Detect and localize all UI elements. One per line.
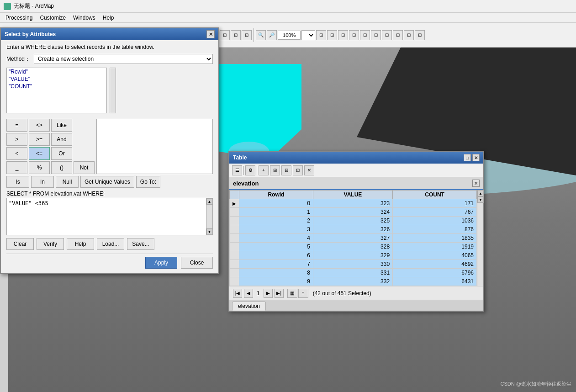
col-rowid-header: Rowid — [239, 191, 313, 199]
op-eq-btn[interactable]: = — [6, 119, 27, 132]
table-row[interactable]: 2 325 1036 — [230, 217, 477, 225]
table-restore-btn[interactable]: □ — [464, 154, 471, 161]
help-btn[interactable]: Help — [67, 238, 94, 250]
op-lte-btn[interactable]: <= — [29, 147, 50, 160]
sql-label: SELECT * FROM elevation.vat WHERE: — [6, 191, 213, 197]
field-rowid[interactable]: "Rowid" — [7, 68, 106, 75]
op-parens-btn[interactable]: () — [51, 161, 72, 174]
tb-btn-13[interactable]: ⊡ — [360, 30, 370, 40]
fields-list[interactable]: "Rowid" "VALUE" "COUNT" — [6, 68, 107, 113]
select-attrs-title: Select by Attributes — [5, 31, 56, 37]
table-row[interactable]: 4 327 1835 — [230, 234, 477, 243]
op-not-btn[interactable]: Not — [74, 161, 95, 174]
nav-first-btn[interactable]: |◀ — [233, 289, 242, 298]
close-dialog-btn[interactable]: Close — [181, 257, 213, 269]
table-tb-clear-sel[interactable]: ⊟ — [281, 165, 291, 175]
save-btn[interactable]: Save... — [127, 238, 154, 250]
sql-scrollbar[interactable]: ▲ ▼ — [206, 198, 212, 235]
go-to-btn[interactable]: Go To: — [136, 176, 160, 188]
select-attrs-close-btn[interactable]: ✕ — [206, 30, 215, 38]
tb-btn-10[interactable]: ⊡ — [327, 30, 337, 40]
nav-form-view-btn[interactable]: ≡ — [298, 289, 308, 298]
table-tb-select-all[interactable]: ⊞ — [270, 165, 280, 175]
table-scroll-down[interactable]: ▼ — [477, 196, 484, 203]
tb-btn-7[interactable]: ⊡ — [231, 30, 241, 40]
magnifier-btn[interactable]: 🔍 — [256, 30, 266, 40]
menu-help[interactable]: Help — [99, 14, 118, 22]
field-count[interactable]: "COUNT" — [7, 83, 106, 90]
zoom-select[interactable] — [301, 30, 315, 40]
menu-customize[interactable]: Customize — [36, 14, 69, 22]
verify-btn[interactable]: Verify — [37, 238, 64, 250]
op-pct-btn[interactable]: % — [29, 161, 50, 174]
cell-rowid: 6 — [239, 251, 313, 260]
table-tab-elevation[interactable]: elevation — [232, 302, 266, 311]
cell-value: 328 — [313, 243, 392, 251]
table-tab-bar: elevation — [229, 300, 483, 311]
fields-scrollbar[interactable] — [110, 68, 116, 113]
table-row[interactable]: 9 332 6431 — [230, 277, 477, 286]
tb-btn-12[interactable]: ⊡ — [349, 30, 359, 40]
op-gte-btn[interactable]: >= — [29, 133, 50, 146]
op-col-1: = <> Like > >= And < <= Or _ % () — [6, 119, 95, 174]
tb-btn-6[interactable]: ⊡ — [220, 30, 230, 40]
nav-prev-btn[interactable]: ◀ — [244, 289, 253, 298]
cell-value: 327 — [313, 234, 392, 243]
table-tb-menu[interactable]: ☰ — [232, 165, 242, 175]
get-unique-values-btn[interactable]: Get Unique Values — [80, 176, 134, 188]
op-in-btn[interactable]: In — [31, 176, 54, 188]
tb-btn-9[interactable]: ⊡ — [316, 30, 326, 40]
zoom-input[interactable]: 100% — [278, 31, 301, 40]
clear-btn[interactable]: Clear — [6, 238, 34, 250]
table-source-close-btn[interactable]: ✕ — [472, 180, 480, 187]
sql-scroll-down[interactable]: ▼ — [206, 228, 213, 235]
table-scroll-up[interactable]: ▲ — [477, 190, 484, 196]
op-is-btn[interactable]: Is — [6, 176, 29, 188]
op-or-btn[interactable]: Or — [51, 147, 72, 160]
table-row[interactable]: 7 330 4692 — [230, 260, 477, 269]
nav-next-btn[interactable]: ▶ — [264, 289, 273, 298]
apply-btn[interactable]: Apply — [145, 257, 177, 269]
tb-btn-14[interactable]: ⊡ — [371, 30, 381, 40]
tb-btn-11[interactable]: ⊡ — [338, 30, 348, 40]
field-value[interactable]: "VALUE" — [7, 75, 106, 83]
sql-scroll-up[interactable]: ▲ — [206, 198, 213, 205]
op-us-btn[interactable]: _ — [6, 161, 27, 174]
table-scrollbar[interactable]: ▲ ▼ — [477, 190, 483, 286]
op-gt-btn[interactable]: > — [6, 133, 27, 146]
tb-btn-18[interactable]: ⊡ — [415, 30, 425, 40]
tb-btn-15[interactable]: ⊡ — [382, 30, 392, 40]
table-row[interactable]: ▶ 0 323 171 — [230, 199, 477, 208]
table-close-btn[interactable]: ✕ — [472, 154, 480, 161]
table-tb-delete[interactable]: ✕ — [304, 165, 314, 175]
select-attrs-dialog: Select by Attributes ✕ Enter a WHERE cla… — [0, 27, 219, 274]
table-row[interactable]: 5 328 1919 — [230, 243, 477, 251]
table-row[interactable]: 6 329 4065 — [230, 251, 477, 260]
op-like-btn[interactable]: Like — [51, 119, 72, 132]
tb-btn-16[interactable]: ⊡ — [393, 30, 403, 40]
load-btn[interactable]: Load... — [97, 238, 124, 250]
tb-btn-17[interactable]: ⊡ — [404, 30, 414, 40]
tb-btn-8[interactable]: ⊡ — [242, 30, 252, 40]
cell-value: 332 — [313, 277, 392, 286]
op-null-btn[interactable]: Null — [56, 176, 79, 188]
table-row[interactable]: 1 324 767 — [230, 208, 477, 217]
menu-processing[interactable]: Processing — [2, 14, 36, 22]
operator-section: = <> Like > >= And < <= Or _ % () — [6, 119, 213, 174]
table-tb-add-field[interactable]: + — [259, 165, 269, 175]
row-indicator — [230, 234, 239, 243]
table-tb-options[interactable]: ⚙ — [245, 165, 255, 175]
table-row[interactable]: 3 326 876 — [230, 225, 477, 234]
method-select[interactable]: Create a new selection Add to current se… — [34, 54, 213, 64]
op-and-btn[interactable]: And — [51, 133, 72, 146]
nav-last-btn[interactable]: ▶| — [275, 289, 284, 298]
nav-table-view-btn[interactable]: ▦ — [287, 289, 297, 298]
menu-windows[interactable]: Windows — [69, 14, 99, 22]
op-ne-btn[interactable]: <> — [29, 119, 50, 132]
zoom-in-btn[interactable]: 🔎 — [267, 30, 277, 40]
table-tb-switch-sel[interactable]: ⊡ — [293, 165, 303, 175]
cell-rowid: 5 — [239, 243, 313, 251]
sql-textarea[interactable]: "VALUE" <365 — [7, 198, 206, 235]
op-lt-btn[interactable]: < — [6, 147, 27, 160]
table-row[interactable]: 8 331 6796 — [230, 269, 477, 277]
